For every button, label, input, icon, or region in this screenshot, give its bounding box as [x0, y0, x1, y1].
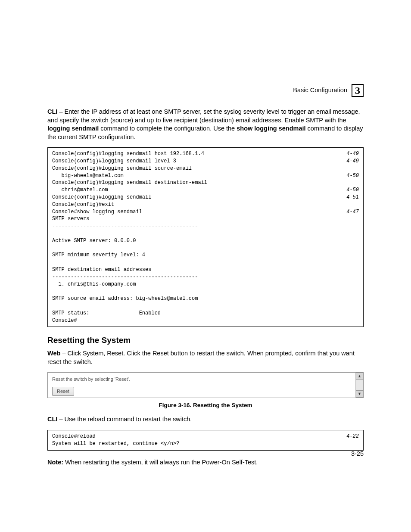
cli-output-block-1: Console(config)#logging sendmail host 19… [47, 147, 364, 327]
web-reset-screenshot: Reset the switch by selecting 'Reset'. R… [47, 372, 364, 398]
reset-instruction-text: Reset the switch by selecting 'Reset'. [52, 376, 359, 383]
scrollbar[interactable]: ▲ ▼ [355, 373, 363, 398]
web-label: Web [47, 350, 60, 357]
cmd-logging-sendmail: logging sendmail [47, 125, 99, 132]
cmd-show-logging-sendmail: show logging sendmail [237, 125, 305, 132]
note-text: When restarting the system, it will alwa… [63, 459, 258, 466]
web-text: – Click System, Reset. Click the Reset b… [47, 350, 355, 365]
header-section: Basic Configuration [293, 86, 347, 95]
page-number: 3-25 [351, 450, 364, 458]
cli-reload-paragraph: CLI – Use the reload command to restart … [47, 415, 364, 424]
cli-label: CLI [47, 108, 57, 115]
intro-text-1: – Enter the IP address of at least one S… [47, 108, 360, 124]
note-label: Note: [47, 459, 63, 466]
scroll-down-icon[interactable]: ▼ [356, 390, 363, 398]
figure-caption: Figure 3-16. Resetting the System [47, 401, 364, 409]
reset-button[interactable]: Reset [52, 387, 74, 396]
scroll-up-icon[interactable]: ▲ [356, 373, 363, 380]
intro-text-2: command to complete the configuration. U… [99, 125, 237, 132]
note-paragraph: Note: When restarting the system, it wil… [47, 458, 364, 467]
document-page: Basic Configuration 3 CLI – Enter the IP… [0, 0, 411, 532]
page-header: Basic Configuration 3 [293, 84, 364, 97]
web-paragraph: Web – Click System, Reset. Click the Res… [47, 349, 364, 366]
chapter-badge: 3 [352, 84, 364, 97]
section-heading-resetting: Resetting the System [47, 335, 364, 346]
page-content: CLI – Enter the IP address of at least o… [47, 108, 364, 467]
cli-output-block-2: Console#reload4-22System will be restart… [47, 430, 364, 451]
cli-label-2: CLI [47, 416, 57, 423]
intro-paragraph: CLI – Enter the IP address of at least o… [47, 108, 364, 141]
cli-reload-text: – Use the reload command to restart the … [57, 416, 192, 423]
